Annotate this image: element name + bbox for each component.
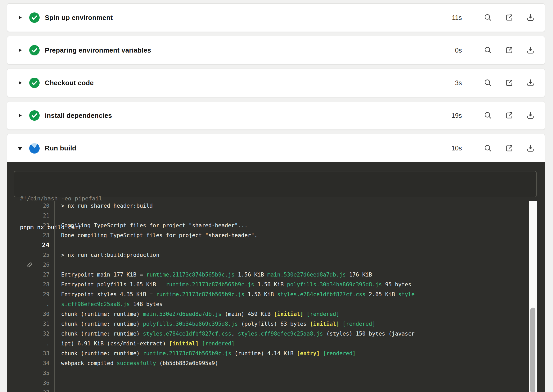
open-external-icon[interactable] <box>505 78 514 87</box>
line-number[interactable]: 37 <box>7 388 51 392</box>
open-external-icon[interactable] <box>505 13 514 22</box>
check-circle-icon <box>29 45 40 55</box>
step-title: Checkout code <box>45 79 94 87</box>
log-line: 32chunk (runtime: runtime) styles.e784ce… <box>7 329 528 339</box>
line-number[interactable]: 26 <box>7 260 51 270</box>
log-segment <box>339 321 343 327</box>
search-icon[interactable] <box>484 144 492 153</box>
line-number[interactable]: 27 <box>7 270 51 280</box>
terminal-scrollbar-track[interactable] <box>529 201 537 392</box>
step-duration: 10s <box>448 144 462 152</box>
log-line: 22Compiling TypeScript files for project… <box>7 221 528 230</box>
log-segment: chunk (runtime: runtime) <box>61 350 143 357</box>
line-number[interactable]: 23 <box>7 230 51 240</box>
log-line: 21 <box>7 211 528 221</box>
open-external-icon[interactable] <box>505 144 514 153</box>
log-segment: [initial] <box>274 311 303 317</box>
open-external-icon[interactable] <box>505 111 514 120</box>
download-icon[interactable] <box>526 111 535 120</box>
log-segment: polyfills.30b34ba869c395d8.js <box>143 321 238 327</box>
log-line: 28Entrypoint polyfills 1.65 KiB = runtim… <box>7 280 528 289</box>
open-external-icon[interactable] <box>505 46 514 55</box>
line-number[interactable]: 30 <box>7 309 51 319</box>
check-circle-icon <box>29 110 40 121</box>
line-number[interactable]: 29 <box>7 289 51 299</box>
log-segment: Entrypoint polyfills 1.65 KiB = <box>61 281 166 288</box>
log-segment: > nx run shared-header:build <box>61 203 153 209</box>
log-line: 26 <box>7 260 528 270</box>
log-segment: Entrypoint main 177 KiB = <box>61 272 146 278</box>
chevron-right-icon <box>18 80 22 85</box>
log-segment: Compiling TypeScript files for project "… <box>61 222 248 229</box>
line-number[interactable]: . <box>7 299 51 309</box>
log-segment: [initial] <box>310 321 339 327</box>
line-number[interactable]: 20 <box>7 201 51 211</box>
line-number[interactable]: . <box>7 339 51 349</box>
log-line: 24 <box>7 240 528 250</box>
download-icon[interactable] <box>526 144 535 153</box>
log-segment: (runtime) 4.14 KiB <box>231 350 297 357</box>
log-text <box>54 368 528 378</box>
log-segment: [rendered] <box>343 321 375 327</box>
step-row-spin-up-environment[interactable]: Spin up environment 11s <box>7 3 545 32</box>
terminal-scrollbar-thumb[interactable] <box>530 308 535 392</box>
log-line: 37 <box>7 388 528 392</box>
check-circle-icon <box>29 12 40 23</box>
log-segment: polyfills.30b34ba869c395d8.js <box>287 281 382 288</box>
log-text: ipt) 6.91 KiB (css/mini-extract) [initia… <box>54 339 528 349</box>
log-segment: (main) 459 KiB <box>222 311 274 317</box>
log-text: Done compiling TypeScript files for proj… <box>54 230 528 240</box>
log-line: 34webpack compiled successfully (bb5db88… <box>7 358 528 368</box>
line-number[interactable]: 34 <box>7 358 51 368</box>
log-segment: 148 bytes <box>130 301 163 307</box>
step-duration: 0s <box>448 47 462 54</box>
search-icon[interactable] <box>484 111 492 120</box>
log-segment: (styles) 150 bytes (javascr <box>323 331 414 337</box>
log-segment: 176 KiB <box>346 272 372 278</box>
log-segment: webpack compiled <box>61 360 117 366</box>
line-number[interactable]: 31 <box>7 319 51 329</box>
line-number[interactable]: 33 <box>7 349 51 358</box>
log-segment: styles.e784ce1dfbf827cf.css <box>143 331 231 337</box>
log-segment: 1.56 KiB <box>244 291 277 297</box>
log-segment: [rendered] <box>323 350 356 357</box>
download-icon[interactable] <box>526 78 535 87</box>
log-text: chunk (runtime: runtime) styles.e784ce1d… <box>54 329 528 339</box>
log-segment: runtime.21173c874b565b9c.js <box>166 281 254 288</box>
step-duration: 3s <box>448 79 462 87</box>
log-segment: [initial] <box>169 340 199 347</box>
log-line: 25> nx run cart:build:production <box>7 250 528 260</box>
step-title: Run build <box>45 144 76 152</box>
download-icon[interactable] <box>526 13 535 22</box>
line-number[interactable]: 21 <box>7 211 51 221</box>
search-icon[interactable] <box>484 78 492 87</box>
step-row-preparing-environment-variables[interactable]: Preparing environment variables 0s <box>7 36 545 64</box>
log-segment <box>303 311 307 317</box>
log-segment: , <box>231 331 238 337</box>
search-icon[interactable] <box>484 13 492 22</box>
log-segment: runtime.21173c874b565b9c.js <box>156 291 244 297</box>
log-segment <box>320 350 323 357</box>
search-icon[interactable] <box>484 46 492 55</box>
step-row-install-dependencies[interactable]: install dependencies 19s <box>7 101 545 130</box>
step-row-checkout-code[interactable]: Checkout code 3s <box>7 69 545 97</box>
log-segment: [rendered] <box>307 311 339 317</box>
link-icon[interactable] <box>26 242 33 249</box>
log-segment: 1.56 KiB <box>235 272 267 278</box>
log-text: chunk (runtime: runtime) polyfills.30b34… <box>54 319 528 329</box>
log-segment: 95 bytes <box>382 281 411 288</box>
step-row-run-build[interactable]: Run build 10s <box>7 134 545 162</box>
log-text: Entrypoint main 177 KiB = runtime.21173c… <box>54 270 528 280</box>
line-number[interactable]: 28 <box>7 280 51 289</box>
download-icon[interactable] <box>526 46 535 55</box>
line-number[interactable]: 22 <box>7 221 51 230</box>
line-number[interactable]: 32 <box>7 329 51 339</box>
line-number[interactable]: 36 <box>7 378 51 388</box>
log-list: 20> nx run shared-header:build2122Compil… <box>7 201 528 392</box>
log-segment: runtime.21173c874b565b9c.js <box>143 350 231 357</box>
line-number[interactable]: 35 <box>7 368 51 378</box>
log-line: 30chunk (runtime: runtime) main.530e27d6… <box>7 309 528 319</box>
progress-pie-icon <box>29 143 40 154</box>
log-line: 23Done compiling TypeScript files for pr… <box>7 230 528 240</box>
line-number[interactable]: 25 <box>7 250 51 260</box>
